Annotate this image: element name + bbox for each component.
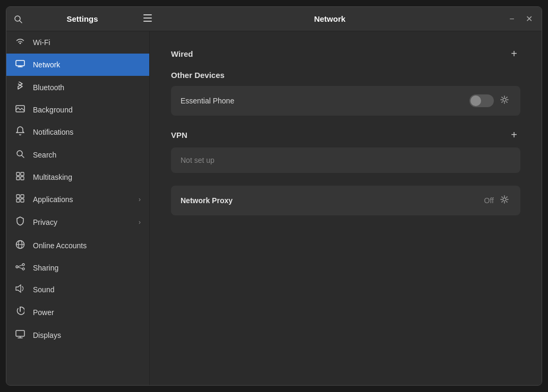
svg-rect-11 bbox=[16, 172, 20, 176]
svg-rect-27 bbox=[16, 330, 24, 336]
sidebar-item-online-accounts[interactable]: Online Accounts bbox=[6, 234, 149, 257]
main-window: Settings Network − ✕ bbox=[6, 6, 542, 386]
sidebar-item-notifications[interactable]: Notifications bbox=[6, 120, 149, 144]
titlebar: Settings Network − ✕ bbox=[6, 7, 542, 31]
svg-rect-17 bbox=[16, 199, 20, 202]
wired-section-header: Wired + bbox=[171, 47, 520, 60]
power-icon bbox=[15, 307, 25, 318]
svg-point-23 bbox=[22, 264, 24, 266]
vpn-section-header: VPN + bbox=[171, 128, 520, 141]
wired-add-button[interactable]: + bbox=[508, 47, 520, 60]
sidebar-label-wifi: Wi-Fi bbox=[33, 38, 50, 47]
sidebar: Wi-Fi Network bbox=[6, 31, 150, 385]
sidebar-label-displays: Displays bbox=[33, 331, 61, 339]
svg-point-24 bbox=[22, 268, 24, 270]
svg-line-26 bbox=[18, 267, 22, 269]
minimize-button[interactable]: − bbox=[504, 12, 519, 27]
applications-chevron: › bbox=[139, 196, 141, 203]
window-title: Network bbox=[155, 14, 504, 23]
sidebar-item-sharing[interactable]: Sharing bbox=[6, 257, 149, 278]
titlebar-left: Settings bbox=[12, 12, 155, 25]
close-button[interactable]: ✕ bbox=[521, 12, 536, 27]
svg-rect-18 bbox=[21, 199, 24, 202]
svg-line-25 bbox=[18, 265, 22, 267]
toggle-knob bbox=[470, 95, 481, 106]
svg-line-1 bbox=[20, 21, 22, 23]
sidebar-label-notifications: Notifications bbox=[33, 128, 73, 136]
titlebar-right: − ✕ bbox=[504, 12, 536, 27]
svg-rect-12 bbox=[21, 172, 24, 176]
network-proxy-row: Network Proxy Off bbox=[171, 186, 520, 215]
vpn-add-button[interactable]: + bbox=[508, 128, 520, 141]
sidebar-item-wifi[interactable]: Wi-Fi bbox=[6, 31, 149, 54]
sidebar-item-multitasking[interactable]: Multitasking bbox=[6, 166, 149, 188]
svg-point-31 bbox=[503, 198, 506, 201]
multitasking-icon bbox=[15, 172, 25, 182]
sidebar-item-network[interactable]: Network bbox=[6, 54, 149, 76]
sidebar-label-privacy: Privacy bbox=[33, 218, 57, 227]
hamburger-button[interactable] bbox=[140, 12, 155, 25]
wired-title: Wired bbox=[171, 49, 193, 58]
essential-phone-toggle[interactable] bbox=[469, 94, 494, 107]
content: Wi-Fi Network bbox=[6, 31, 542, 385]
settings-label: Settings bbox=[29, 14, 136, 23]
displays-icon bbox=[15, 330, 25, 341]
sound-icon bbox=[15, 284, 25, 295]
sidebar-label-power: Power bbox=[33, 308, 54, 317]
network-proxy-label: Network Proxy bbox=[181, 196, 484, 205]
network-proxy-gear-button[interactable] bbox=[498, 193, 511, 208]
sidebar-item-displays[interactable]: Displays bbox=[6, 324, 149, 346]
network-proxy-status: Off bbox=[484, 196, 494, 205]
other-devices-title: Other Devices bbox=[171, 71, 225, 80]
vpn-card: Not set up bbox=[171, 147, 520, 173]
search-button[interactable] bbox=[12, 13, 24, 25]
sidebar-label-bluetooth: Bluetooth bbox=[33, 83, 64, 92]
vpn-title: VPN bbox=[171, 130, 187, 140]
privacy-chevron: › bbox=[139, 219, 141, 226]
other-devices-section-header: Other Devices bbox=[171, 71, 520, 80]
essential-phone-row: Essential Phone bbox=[171, 86, 520, 116]
svg-point-30 bbox=[503, 98, 506, 101]
svg-rect-13 bbox=[16, 177, 20, 180]
sidebar-item-privacy[interactable]: Privacy › bbox=[6, 211, 149, 234]
network-icon bbox=[15, 59, 25, 70]
svg-rect-5 bbox=[16, 60, 24, 66]
essential-phone-gear-button[interactable] bbox=[498, 93, 511, 108]
svg-rect-14 bbox=[21, 177, 24, 180]
sidebar-item-background[interactable]: Background bbox=[6, 99, 149, 120]
sidebar-label-multitasking: Multitasking bbox=[33, 173, 72, 181]
svg-rect-3 bbox=[143, 18, 152, 19]
svg-rect-4 bbox=[143, 21, 152, 22]
svg-rect-16 bbox=[21, 195, 24, 198]
essential-phone-label: Essential Phone bbox=[181, 97, 469, 105]
sidebar-item-search[interactable]: Search bbox=[6, 144, 149, 166]
sidebar-label-sound: Sound bbox=[33, 285, 54, 294]
sidebar-label-sharing: Sharing bbox=[33, 264, 58, 272]
svg-rect-2 bbox=[143, 14, 152, 15]
wifi-icon bbox=[15, 37, 25, 48]
sidebar-item-applications[interactable]: Applications › bbox=[6, 188, 149, 211]
sidebar-item-bluetooth[interactable]: Bluetooth bbox=[6, 76, 149, 99]
sidebar-label-applications: Applications bbox=[33, 195, 73, 204]
sidebar-item-power[interactable]: Power bbox=[6, 301, 149, 324]
sidebar-label-background: Background bbox=[33, 106, 73, 114]
sidebar-label-network: Network bbox=[33, 60, 60, 69]
svg-rect-15 bbox=[16, 195, 20, 198]
sidebar-item-sound[interactable]: Sound bbox=[6, 278, 149, 301]
bluetooth-icon bbox=[15, 82, 25, 93]
svg-point-22 bbox=[16, 266, 18, 268]
background-icon bbox=[15, 105, 25, 115]
other-devices-card: Essential Phone bbox=[171, 86, 520, 116]
sidebar-label-search: Search bbox=[33, 151, 56, 159]
sidebar-label-online-accounts: Online Accounts bbox=[33, 241, 87, 250]
notifications-icon bbox=[15, 126, 25, 138]
vpn-not-set-up: Not set up bbox=[171, 147, 520, 173]
online-accounts-icon bbox=[15, 240, 25, 251]
privacy-icon bbox=[15, 216, 25, 228]
svg-line-10 bbox=[22, 155, 24, 158]
search-sidebar-icon bbox=[15, 150, 25, 160]
sharing-icon bbox=[15, 263, 25, 273]
main-panel: Wired + Other Devices Essential Phone bbox=[150, 31, 542, 385]
applications-icon bbox=[15, 194, 25, 205]
